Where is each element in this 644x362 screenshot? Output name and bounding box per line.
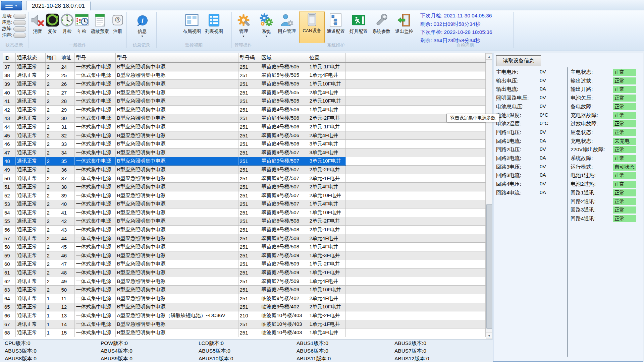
table-row[interactable]: 61通讯正常248一体式集中电源B型应急照明集中电源251翠茵庭7号楼/5091… [3,268,485,277]
column-header[interactable]: 型号 [115,53,238,63]
channel-config-button[interactable]: 通道配置 [325,12,347,42]
table-row[interactable]: 52通讯正常239一体式集中电源B型应急照明集中电源251翠茵庭9号楼/5072… [3,191,485,200]
table-cell: 45 [3,131,15,140]
mute-button[interactable]: 消音 [30,12,45,42]
column-header[interactable]: 区域 [260,53,308,63]
version-text: ABUS10版本:0 [199,355,233,362]
layout-view-button[interactable]: 布局视图 [181,12,203,42]
table-row[interactable]: 46通讯正常233一体式集中电源B型应急照明集中电源251翠茵庭4号楼/5063… [3,140,485,148]
table-row[interactable]: 48通讯正常235一体式集中电源B型应急照明集中电源251翠茵庭9号楼/5073… [3,157,485,166]
system-button[interactable]: 系统 ▼ [258,12,274,42]
table-cell: 65 [3,303,15,311]
table-cell-filler [345,251,485,260]
table-cell: 通讯正常 [15,183,45,191]
table-cell: 一体式集中电源 [74,114,115,123]
table-cell: B型应急照明集中电源 [115,286,238,294]
table-cell: 一体式集中电源 [74,260,115,268]
table-row[interactable]: 51通讯正常238一体式集中电源B型应急照明集中电源251翠茵庭9号楼/5072… [3,183,485,191]
table-row[interactable]: 66通讯正常113一体式集中电源A型应急照明集中电源（磷酸铁锂电池）--DC36… [3,311,485,320]
table-row[interactable]: 65通讯正常112一体式集中电源B型应急照明集中电源251临波庭9号楼/4022… [3,303,485,311]
table-row[interactable]: 44通讯正常231一体式集中电源B型应急照明集中电源251翠茵庭4号楼/5062… [3,123,485,131]
status-badge: 正常 [613,189,636,196]
table-row[interactable]: 54通讯正常241一体式集中电源B型应急照明集中电源251翠茵庭9号楼/5071… [3,208,485,217]
column-header[interactable]: 端口 [45,53,60,63]
table-row[interactable]: 39通讯正常226一体式集中电源B型应急照明集中电源251翠茵庭5号楼/5051… [3,80,485,88]
exit-monitor-button[interactable]: 退出监控 [393,12,415,42]
manage-button[interactable]: 管理 ▼ [235,12,252,42]
table-row[interactable]: 63通讯正常250一体式集中电源B型应急照明集中电源251翠茵庭7号楼/5091… [3,286,485,294]
table-row[interactable]: 60通讯正常247一体式集中电源B型应急照明集中电源251翠茵庭7号楼/5091… [3,260,485,268]
scrollbar-thumb[interactable] [486,204,492,329]
yearly-check-button[interactable]: 年检 [74,12,89,42]
table-row[interactable]: 37通讯正常224一体式集中电源B型应急照明集中电源251翠茵庭5号楼/5051… [3,63,485,71]
table-row[interactable]: 67通讯正常114一体式集中电源B型应急照明集中电源251临波庭10号楼/403… [3,320,485,328]
status-item-label: 回路1通讯: [571,189,596,196]
table-cell: 47 [60,260,74,268]
table-cell: 56 [3,226,15,234]
table-row[interactable]: 57通讯正常244一体式集中电源B型应急照明集中电源251翠茵庭8号楼/5082… [3,234,485,243]
table-cell: B型应急照明集中电源 [115,123,238,131]
evacuation-plan-button[interactable]: 疏散预案 [89,12,111,42]
lamp-config-button[interactable]: 灯具配置 [347,12,370,42]
table-row[interactable]: 47通讯正常234一体式集中电源B型应急照明集中电源251翠茵庭9号楼/5073… [3,148,485,157]
table-cell: 一体式集中电源 [74,148,115,157]
table-row[interactable]: 68通讯正常115一体式集中电源B型应急照明集中电源251临波庭10号楼/403… [3,328,485,337]
table-cell-filler [345,234,485,243]
table-row[interactable]: 45通讯正常232一体式集中电源B型应急照明集中电源251翠茵庭4号楼/5062… [3,131,485,140]
table-row[interactable]: 53通讯正常240一体式集中电源B型应急照明集中电源251翠茵庭9号楼/5071… [3,200,485,208]
channel-tree-icon [328,13,343,27]
table-row[interactable]: 62通讯正常249一体式集中电源B型应急照明集中电源251翠茵庭7号楼/5091… [3,277,485,286]
table-row[interactable]: 58通讯正常245一体式集中电源B型应急照明集中电源251翠茵庭8号楼/5081… [3,243,485,251]
register-button[interactable]: ® 注册 [111,12,125,42]
table-cell: 2 [45,105,60,114]
table-cell: B型应急照明集中电源 [115,105,238,114]
column-header[interactable]: 型号 [74,53,115,63]
window-tab[interactable]: 2021-10-28 18:07:01 [26,1,91,11]
table-cell: 2单元10F电井 [308,97,345,106]
column-header[interactable]: 通讯状态 [15,53,45,63]
table-row[interactable]: 43通讯正常230一体式集中电源B型应急照明集中电源251翠茵庭4号楼/5062… [3,114,485,123]
column-header[interactable]: 地址 [60,53,74,63]
table-cell: B型应急照明集中电源 [115,320,238,328]
table-row[interactable]: 64通讯正常111一体式集中电源B型应急照明集中电源251临波庭9号楼/4022… [3,294,485,303]
scroll-up-button[interactable]: ▲ [486,53,492,60]
info-button[interactable]: i 信息 ▼ [133,12,152,42]
can-device-button[interactable]: CAN设备 [299,11,325,43]
table-cell: 2单元-2F电井 [308,114,345,123]
column-header[interactable]: 位置 [308,53,345,63]
table-cell: B型应急照明集中电源 [115,268,238,277]
column-header[interactable]: 型号码 [238,53,260,63]
table-cell: 51 [3,183,15,191]
table-cell: 通讯正常 [15,311,45,320]
system-params-button[interactable]: 系统参数 [370,12,392,42]
gears-icon [259,13,274,27]
table-row[interactable]: 40通讯正常227一体式集中电源B型应急照明集中电源251翠茵庭5号楼/5052… [3,88,485,97]
monthly-check-button[interactable]: 月检 [60,12,74,42]
table-row[interactable]: 49通讯正常236一体式集中电源B型应急照明集中电源251翠茵庭9号楼/5072… [3,166,485,174]
list-view-button[interactable]: 列表视图 [203,12,225,42]
table-cell: 32 [60,131,74,140]
column-header[interactable]: ID [3,53,15,63]
button-label: 系统 [262,28,271,35]
table-cell: 一体式集中电源 [74,157,115,166]
table-row[interactable]: 42通讯正常229一体式集中电源B型应急照明集中电源251翠茵庭4号楼/5061… [3,105,485,114]
table-row[interactable]: 38通讯正常225一体式集中电源B型应急照明集中电源251翠茵庭5号楼/5051… [3,71,485,80]
reset-button[interactable]: 复位 [45,12,60,42]
table-row[interactable]: 50通讯正常237一体式集中电源B型应急照明集中电源251翠茵庭9号楼/5072… [3,174,485,183]
table-row[interactable]: 55通讯正常242一体式集中电源B型应急照明集中电源251翠茵庭8号楼/5082… [3,217,485,226]
vertical-scrollbar[interactable]: ▲ ▼ [486,53,492,339]
table-row[interactable]: 41通讯正常228一体式集中电源B型应急照明集中电源251翠茵庭5号楼/5052… [3,97,485,106]
measurement-value: 0°C [540,120,548,126]
app-menu-button[interactable]: ▼ [1,1,22,10]
user-manage-button[interactable]: 用户管理 [276,12,298,42]
measurement-label: 回路2电压: [496,146,521,153]
table-row[interactable]: 59通讯正常246一体式集中电源B型应急照明集中电源251翠茵庭7号楼/5091… [3,251,485,260]
table-row[interactable]: 56通讯正常243一体式集中电源B型应急照明集中电源251翠茵庭8号楼/5082… [3,226,485,234]
scroll-down-button[interactable]: ▼ [486,333,492,339]
table-cell: 2 [45,260,60,268]
table-cell: 1单元10F电井 [308,80,345,88]
table-cell: 2 [45,97,60,106]
read-device-info-button[interactable]: 读取设备信息 [496,55,541,66]
measurement-value: 0A [540,86,546,92]
table-cell-filler [345,148,485,157]
